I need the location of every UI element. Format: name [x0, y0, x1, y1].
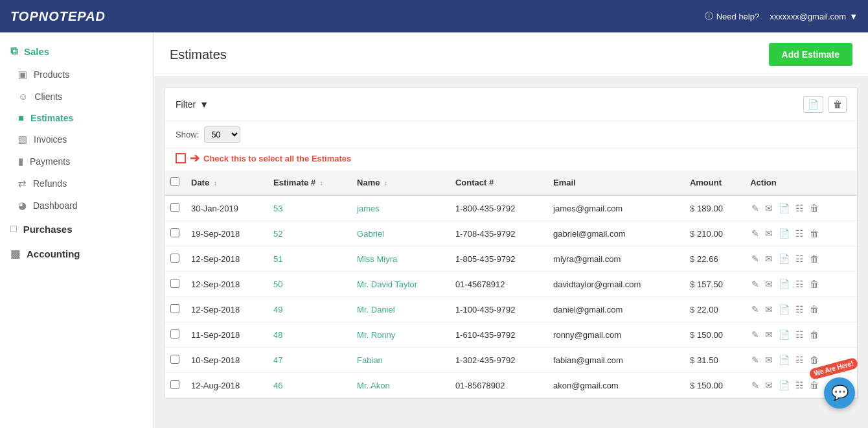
- row-amount: $ 189.00: [685, 195, 745, 221]
- row-estimate-num[interactable]: 49: [268, 297, 352, 322]
- sidebar-item-dashboard[interactable]: ◕ Dashboard: [0, 195, 154, 217]
- sidebar-section-sales[interactable]: ⧉ Sales: [0, 39, 154, 64]
- col-name: Name ↕: [352, 171, 450, 195]
- help-link[interactable]: ⓘ Need help?: [705, 10, 760, 22]
- delete-icon[interactable]: 🗑: [808, 303, 820, 316]
- date-sort-icon[interactable]: ↕: [214, 180, 217, 187]
- table-icon[interactable]: ☷: [794, 252, 805, 265]
- document-icon[interactable]: 📄: [777, 303, 791, 316]
- delete-icon[interactable]: 🗑: [808, 353, 820, 366]
- sidebar-section-purchases[interactable]: □ Purchases: [0, 217, 154, 241]
- filter-actions: 📄 🗑: [803, 96, 847, 113]
- row-checkbox[interactable]: [170, 304, 179, 313]
- edit-icon[interactable]: ✎: [750, 303, 760, 316]
- row-checkbox[interactable]: [170, 279, 179, 288]
- delete-icon[interactable]: 🗑: [808, 278, 820, 291]
- sidebar-item-clients[interactable]: ☺ Clients: [0, 86, 154, 107]
- edit-icon[interactable]: ✎: [750, 252, 760, 265]
- edit-icon[interactable]: ✎: [750, 278, 760, 291]
- row-name[interactable]: Mr. David Taylor: [352, 272, 450, 297]
- document-icon[interactable]: 📄: [777, 252, 791, 265]
- row-name[interactable]: Fabian: [352, 348, 450, 373]
- delete-icon[interactable]: 🗑: [808, 379, 820, 392]
- row-name[interactable]: Mr. Daniel: [352, 297, 450, 322]
- export-button[interactable]: 📄: [803, 96, 823, 113]
- delete-icon[interactable]: 🗑: [808, 202, 820, 215]
- user-menu[interactable]: xxxxxxx@gmail.com ▼: [770, 12, 858, 21]
- row-amount: $ 157.50: [685, 272, 745, 297]
- email-icon[interactable]: ✉: [764, 202, 774, 215]
- row-estimate-num[interactable]: 52: [268, 221, 352, 246]
- delete-icon[interactable]: 🗑: [808, 252, 820, 265]
- estimate-sort-icon[interactable]: ↕: [320, 180, 323, 187]
- sidebar-section-accounting[interactable]: ▩ Accounting: [0, 241, 154, 267]
- row-name[interactable]: james: [352, 195, 450, 221]
- row-checkbox[interactable]: [170, 203, 179, 212]
- table-icon[interactable]: ☷: [794, 353, 805, 366]
- document-icon[interactable]: 📄: [777, 227, 791, 240]
- email-icon[interactable]: ✉: [764, 379, 774, 392]
- sidebar-item-products[interactable]: ▣ Products: [0, 64, 154, 86]
- name-sort-icon[interactable]: ↕: [384, 180, 387, 187]
- row-estimate-num[interactable]: 53: [268, 195, 352, 221]
- show-bar: Show: 50 10 25 100: [165, 121, 857, 149]
- row-checkbox[interactable]: [170, 254, 179, 263]
- document-icon[interactable]: 📄: [777, 278, 791, 291]
- delete-icon[interactable]: 🗑: [808, 227, 820, 240]
- edit-icon[interactable]: ✎: [750, 202, 760, 215]
- document-icon[interactable]: 📄: [777, 328, 791, 341]
- row-name[interactable]: Mr. Ronny: [352, 322, 450, 348]
- edit-icon[interactable]: ✎: [750, 328, 760, 341]
- row-checkbox[interactable]: [170, 355, 179, 364]
- table-icon[interactable]: ☷: [794, 278, 805, 291]
- row-checkbox[interactable]: [170, 380, 179, 389]
- row-amount: $ 150.00: [685, 322, 745, 348]
- email-icon[interactable]: ✉: [764, 328, 774, 341]
- table-icon[interactable]: ☷: [794, 379, 805, 392]
- sidebar-item-payments[interactable]: ▮ Payments: [0, 150, 154, 172]
- row-name[interactable]: Gabriel: [352, 221, 450, 246]
- row-estimate-num[interactable]: 51: [268, 246, 352, 272]
- show-select[interactable]: 50 10 25 100: [204, 126, 240, 143]
- edit-icon[interactable]: ✎: [750, 227, 760, 240]
- table-icon[interactable]: ☷: [794, 227, 805, 240]
- sales-icon: ⧉: [10, 45, 17, 57]
- sidebar-item-invoices[interactable]: ▧ Invoices: [0, 128, 154, 150]
- edit-icon[interactable]: ✎: [750, 353, 760, 366]
- row-name[interactable]: Miss Miyra: [352, 246, 450, 272]
- table-icon[interactable]: ☷: [794, 328, 805, 341]
- document-icon[interactable]: 📄: [777, 379, 791, 392]
- row-date: 12-Sep-2018: [186, 297, 268, 322]
- edit-icon[interactable]: ✎: [750, 379, 760, 392]
- email-icon[interactable]: ✉: [764, 353, 774, 366]
- products-icon: ▣: [18, 69, 27, 80]
- row-checkbox[interactable]: [170, 329, 179, 339]
- callout-checkbox-outline: [176, 153, 186, 163]
- sidebar-item-refunds[interactable]: ⇄ Refunds: [0, 172, 154, 195]
- row-estimate-num[interactable]: 46: [268, 373, 352, 398]
- delete-icon[interactable]: 🗑: [808, 328, 820, 341]
- table-icon[interactable]: ☷: [794, 202, 805, 215]
- table-row: 19-Sep-2018 52 Gabriel 1-708-435-9792 ga…: [165, 221, 857, 246]
- chat-button[interactable]: 💬: [824, 377, 855, 409]
- row-checkbox[interactable]: [170, 228, 179, 237]
- row-name[interactable]: Mr. Akon: [352, 373, 450, 398]
- table-icon[interactable]: ☷: [794, 303, 805, 316]
- document-icon[interactable]: 📄: [777, 202, 791, 215]
- sidebar-item-estimates[interactable]: ■ Estimates: [0, 107, 154, 128]
- table-body: 30-Jan-2019 53 james 1-800-435-9792 jame…: [165, 195, 857, 398]
- email-icon[interactable]: ✉: [764, 303, 774, 316]
- row-estimate-num[interactable]: 47: [268, 348, 352, 373]
- select-all-checkbox[interactable]: [170, 177, 179, 186]
- row-email: fabian@gmail.com: [548, 348, 685, 373]
- row-estimate-num[interactable]: 48: [268, 322, 352, 348]
- email-icon[interactable]: ✉: [764, 278, 774, 291]
- delete-all-button[interactable]: 🗑: [828, 96, 847, 113]
- estimates-icon: ■: [18, 112, 24, 123]
- email-icon[interactable]: ✉: [764, 227, 774, 240]
- currency-symbol: $: [690, 204, 694, 213]
- add-estimate-button[interactable]: Add Estimate: [769, 43, 852, 66]
- document-icon[interactable]: 📄: [777, 353, 791, 366]
- row-estimate-num[interactable]: 50: [268, 272, 352, 297]
- email-icon[interactable]: ✉: [764, 252, 774, 265]
